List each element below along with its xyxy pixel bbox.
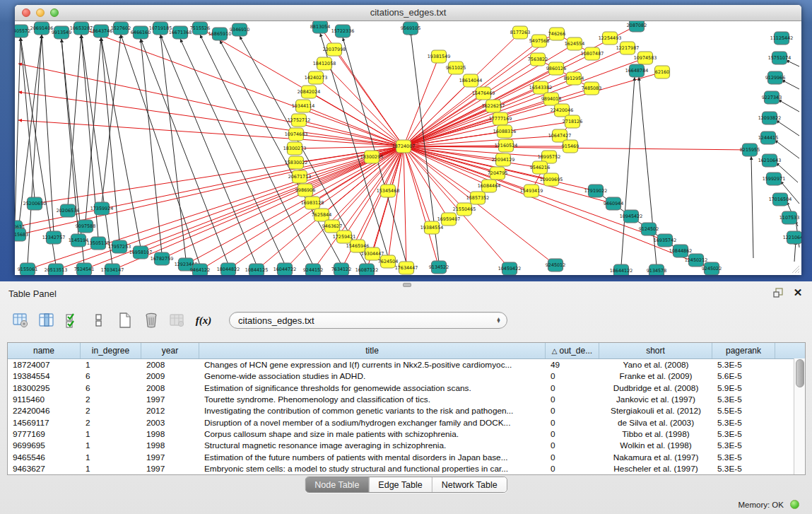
graph-node[interactable]: 16935742 (654, 234, 677, 247)
graph-node[interactable]: 12210648 (783, 231, 801, 244)
graph-node[interactable]: 9244152 (303, 264, 323, 275)
table-row[interactable]: 1830029562008Estimation of significance … (8, 382, 805, 394)
column-header-short[interactable]: short (599, 343, 712, 358)
graph-node[interactable]: 15857352 (466, 192, 490, 204)
graph-node[interactable]: 13505135 (87, 237, 110, 250)
graph-node[interactable]: 16648784 (625, 64, 649, 77)
graph-node[interactable]: 16865910 (208, 28, 232, 40)
graph-node[interactable]: 19384554 (420, 221, 444, 234)
table-row[interactable]: 2242004622012Investigating the contribut… (8, 405, 805, 416)
citation-network-graph[interactable]: 8405572206914069913549106532871864374615… (15, 21, 801, 275)
graph-node[interactable]: 7485083 (582, 82, 601, 95)
graph-node[interactable]: 17034147 (101, 264, 124, 275)
table-settings-icon[interactable] (11, 311, 30, 329)
column-header-pagerank[interactable]: pagerank (712, 343, 775, 358)
graph-node[interactable]: 8177263 (510, 26, 530, 39)
graph-node[interactable]: 22094129 (492, 153, 515, 166)
table-row[interactable]: 1938455462009Genome-wide association stu… (8, 370, 805, 382)
network-canvas[interactable]: 8405572206914069913549106532871864374615… (15, 21, 801, 275)
graph-node[interactable]: 8215955 (740, 144, 760, 156)
graph-node[interactable]: 19344114 (292, 100, 315, 112)
delete-trash-icon[interactable] (142, 311, 160, 329)
graph-node[interactable]: 19381549 (428, 50, 451, 63)
graph-node[interactable]: 7524541 (74, 263, 94, 275)
tab-node-table[interactable]: Node Table (305, 477, 368, 492)
table-row[interactable]: 946554611997Estimation of the future num… (8, 451, 805, 462)
scrollbar-thumb[interactable] (796, 359, 804, 387)
graph-nodes[interactable]: 8405572206914069913549106532871864374615… (15, 21, 801, 275)
graph-node[interactable]: 18044822 (217, 263, 240, 275)
table-row[interactable]: 946362711997Embryonic stem cells: a mode… (8, 463, 805, 474)
graph-node[interactable]: 15722336 (331, 25, 355, 37)
table-row[interactable]: 969969511998Structural magnetic resonanc… (8, 440, 805, 451)
graph-node[interactable]: 7625844 (312, 209, 331, 221)
graph-node[interactable]: 9860126 (546, 62, 566, 75)
graph-node[interactable]: 6466160 (131, 26, 151, 39)
graph-node[interactable]: 2087082 (627, 21, 647, 32)
select-attributes-icon[interactable] (64, 311, 82, 329)
graph-node[interactable]: 16044722 (273, 263, 297, 275)
graph-node[interactable]: 10909695 (540, 173, 563, 186)
float-panel-icon[interactable] (772, 287, 784, 298)
graph-node[interactable]: 7634122 (331, 263, 351, 275)
graph-node[interactable]: 1145194 (69, 234, 88, 247)
column-header-name[interactable]: name (8, 343, 81, 358)
graph-node[interactable]: 10459422 (498, 262, 522, 275)
graph-node[interactable]: 18614044 (459, 74, 483, 87)
graph-node[interactable]: 10974583 (634, 52, 657, 64)
graph-node[interactable]: 9611025 (446, 62, 466, 74)
graph-node[interactable]: 9569105 (401, 22, 420, 35)
graph-node[interactable]: 1527602 (111, 22, 131, 35)
graph-node[interactable]: 17634447 (395, 262, 418, 274)
graph-node[interactable]: 20513513 (45, 264, 68, 275)
graph-node[interactable]: 17016504 (769, 193, 792, 206)
column-header-in_degree[interactable]: in_degree (81, 343, 141, 358)
select-column-icon[interactable] (37, 311, 56, 329)
column-header-out_de[interactable]: △out_de... (546, 343, 599, 358)
graph-node[interactable]: 9346910 (230, 23, 249, 36)
graph-node[interactable]: 8405572 (15, 25, 30, 37)
graph-node[interactable]: 20691406 (30, 22, 54, 35)
graph-node[interactable]: 15751074 (768, 52, 792, 64)
graph-node[interactable]: 9134578 (647, 264, 666, 275)
column-header-title[interactable]: title (199, 343, 546, 358)
graph-node[interactable]: 18644122 (610, 264, 633, 275)
graph-node[interactable]: 12254493 (599, 32, 622, 45)
graph-node[interactable]: 746266 (548, 28, 565, 40)
graph-node[interactable]: 12217987 (616, 42, 640, 54)
graph-node[interactable]: 25200650 (23, 197, 47, 210)
graph-node[interactable]: 8912954 (564, 72, 584, 85)
window-titlebar[interactable]: citations_edges.txt (15, 5, 801, 21)
graph-node[interactable]: 16087122 (355, 264, 379, 275)
graph-node[interactable]: 12160524 (495, 139, 518, 152)
graph-node[interactable]: 1215683 (15, 228, 28, 241)
graph-node[interactable]: 16983128 (301, 197, 324, 209)
resize-grip-icon[interactable] (790, 264, 800, 274)
graph-node[interactable]: 15476469 (472, 87, 495, 100)
graph-node[interactable]: 9245012 (546, 259, 565, 271)
graph-node[interactable]: 9894018 (541, 93, 561, 105)
graph-node[interactable]: 18412058 (313, 57, 336, 70)
graph-node[interactable]: 17919022 (584, 185, 608, 197)
graph-node[interactable]: 8813054 (310, 21, 330, 33)
table-row[interactable]: 911546021997Tourette syndrome. Phenomeno… (8, 394, 805, 405)
table-row[interactable]: 1872400712008Changes of HCN gene express… (8, 359, 805, 370)
graph-node[interactable]: 7563822 (528, 53, 548, 66)
graph-node[interactable]: 11125442 (770, 32, 794, 45)
graph-node[interactable]: 16084464 (478, 180, 501, 192)
graph-node[interactable]: 1107533 (779, 211, 799, 224)
graph-node[interactable]: 5497568 (529, 35, 549, 47)
graph-node[interactable]: 16959407 (437, 213, 461, 226)
graph-node[interactable]: 10945422 (620, 210, 643, 223)
graph-node[interactable]: 1244415 (758, 132, 778, 144)
graph-node[interactable]: 12342757 (42, 231, 66, 244)
rows-icon[interactable] (90, 311, 108, 329)
table-row[interactable]: 1456911722003Disruption of a novel membe… (8, 416, 805, 428)
graph-node[interactable]: 9546216 (530, 161, 550, 174)
graph-node[interactable]: 22420046 (551, 104, 574, 117)
graph-node[interactable]: 18643746 (90, 25, 113, 37)
new-file-icon[interactable] (116, 311, 134, 329)
table-source-dropdown[interactable]: citations_edges.txt ▲▼ (229, 312, 507, 329)
graph-node[interactable]: 9129966 (765, 71, 785, 84)
graph-node[interactable]: 915469 (562, 140, 579, 153)
